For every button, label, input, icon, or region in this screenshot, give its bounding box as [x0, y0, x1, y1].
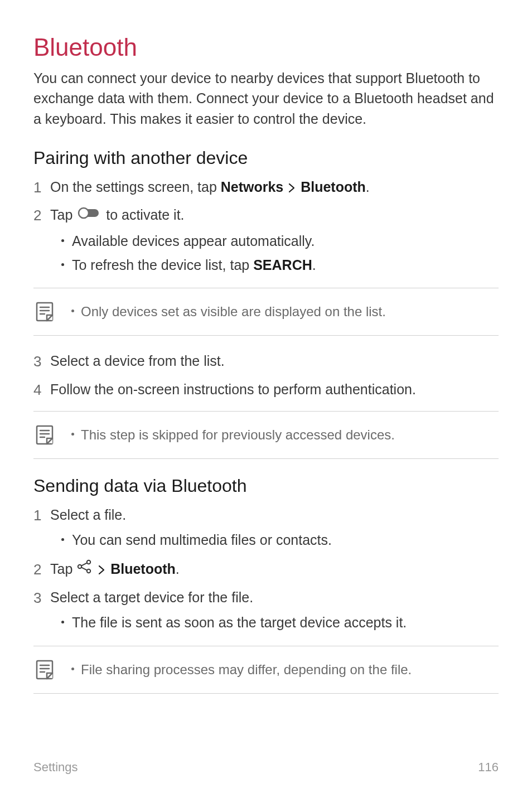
svg-point-11 — [87, 560, 90, 564]
step2-sub2-pre: To refresh the device list, tap — [72, 257, 253, 273]
stepb1-text: Select a file. — [50, 507, 126, 523]
step2-sub2-post: . — [312, 257, 316, 273]
note-icon — [35, 424, 57, 446]
intro-paragraph: You can connect your device to nearby de… — [33, 68, 499, 129]
svg-line-14 — [81, 568, 87, 570]
steps-pairing: 1 On the settings screen, tap Networks B… — [33, 176, 499, 278]
note2-text: This step is skipped for previously acce… — [81, 425, 395, 445]
step1-period: . — [366, 179, 370, 195]
steps-sending: 1 Select a file. You can send multimedia… — [33, 504, 499, 636]
stepb2-bold: Bluetooth — [110, 561, 176, 577]
note1-item: Only devices set as visible are displaye… — [71, 302, 499, 322]
bullet-dot-icon — [71, 668, 74, 670]
stepb2-post: . — [176, 561, 180, 577]
page-footer: Settings 116 — [33, 760, 499, 775]
step-number: 1 — [33, 176, 50, 199]
page-title: Bluetooth — [33, 33, 499, 61]
stepb1-sub1: You can send multimedia files or contact… — [61, 529, 499, 551]
note-box-2: This step is skipped for previously acce… — [33, 411, 499, 459]
stepb3-sub1: The file is sent as soon as the target d… — [61, 612, 499, 633]
stepb1-sub1-text: You can send multimedia files or contact… — [72, 529, 332, 551]
step-4: 4 Follow the on-screen instructions to p… — [33, 379, 499, 401]
bullet-dot-icon — [61, 621, 64, 623]
section-sending: Sending data via Bluetooth 1 Select a fi… — [33, 476, 499, 694]
chevron-right-icon — [98, 559, 105, 581]
step-1: 1 On the settings screen, tap Networks B… — [33, 176, 499, 199]
svg-point-12 — [87, 569, 90, 573]
stepb-2: 2 Tap Bluetooth. — [33, 558, 499, 581]
step2-sub2-bold: SEARCH — [253, 257, 312, 273]
svg-point-1 — [79, 208, 89, 218]
note1-text: Only devices set as visible are displaye… — [81, 302, 386, 322]
note-box-1: Only devices set as visible are displaye… — [33, 288, 499, 336]
footer-page-number: 116 — [478, 760, 499, 775]
step-number: 3 — [33, 587, 50, 609]
step2-post: to activate it. — [102, 207, 184, 223]
step-number: 2 — [33, 558, 50, 581]
step-number: 2 — [33, 204, 50, 226]
stepb-3: 3 Select a target device for the file. T… — [33, 587, 499, 636]
footer-section: Settings — [33, 760, 78, 775]
step2-sub1: Available devices appear automatically. — [61, 230, 499, 252]
note3-text: File sharing processes may differ, depen… — [81, 660, 412, 680]
bullet-dot-icon — [61, 239, 64, 242]
step2-sub2: To refresh the device list, tap SEARCH. — [61, 254, 499, 276]
step2-sub1-text: Available devices appear automatically. — [72, 230, 315, 252]
step-2: 2 Tap to activate it. Available devices … — [33, 204, 499, 278]
step-number: 4 — [33, 379, 50, 401]
note-icon — [35, 301, 57, 323]
note-box-3: File sharing processes may differ, depen… — [33, 646, 499, 694]
step1-bold-networks: Networks — [221, 179, 284, 195]
note3-item: File sharing processes may differ, depen… — [71, 660, 499, 680]
bullet-dot-icon — [71, 433, 74, 436]
stepb2-pre: Tap — [50, 561, 76, 577]
stepb-1: 1 Select a file. You can send multimedia… — [33, 504, 499, 553]
step-3: 3 Select a device from the list. — [33, 350, 499, 373]
bullet-dot-icon — [71, 309, 74, 312]
step2-subbullets: Available devices appear automatically. … — [61, 230, 499, 276]
toggle-off-icon — [76, 204, 102, 226]
stepb1-subbullets: You can send multimedia files or contact… — [61, 529, 499, 551]
step4-text: Follow the on-screen instructions to per… — [50, 381, 416, 397]
stepb3-sub1-text: The file is sent as soon as the target d… — [72, 612, 407, 633]
note-icon — [35, 659, 57, 681]
stepb3-subbullets: The file is sent as soon as the target d… — [61, 612, 499, 633]
heading-sending: Sending data via Bluetooth — [33, 476, 499, 496]
heading-pairing: Pairing with another device — [33, 148, 499, 168]
bullet-dot-icon — [61, 263, 64, 266]
step3-text: Select a device from the list. — [50, 353, 225, 369]
step-number: 3 — [33, 350, 50, 373]
step1-pre: On the settings screen, tap — [50, 179, 221, 195]
step1-bold-bluetooth: Bluetooth — [301, 179, 366, 195]
chevron-right-icon — [288, 177, 296, 199]
svg-point-10 — [78, 565, 81, 568]
steps-pairing-cont: 3 Select a device from the list. 4 Follo… — [33, 350, 499, 401]
bullet-dot-icon — [61, 538, 64, 541]
section-pairing: Pairing with another device 1 On the set… — [33, 148, 499, 459]
svg-line-13 — [81, 563, 87, 566]
note2-item: This step is skipped for previously acce… — [71, 425, 499, 445]
stepb3-text: Select a target device for the file. — [50, 589, 253, 605]
step-number: 1 — [33, 504, 50, 526]
step2-pre: Tap — [50, 207, 76, 223]
share-icon — [76, 558, 93, 580]
